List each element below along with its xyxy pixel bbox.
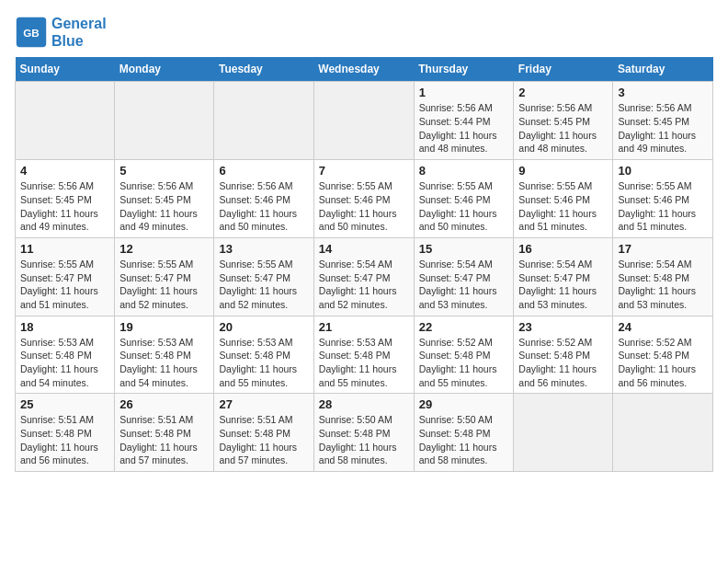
day-cell: 22Sunrise: 5:52 AM Sunset: 5:48 PM Dayli… [414, 316, 514, 394]
day-number: 3 [618, 86, 708, 99]
day-info: Sunrise: 5:51 AM Sunset: 5:48 PM Dayligh… [219, 413, 308, 467]
day-number: 13 [219, 242, 308, 256]
week-row-1: 1Sunrise: 5:56 AM Sunset: 5:44 PM Daylig… [16, 82, 713, 160]
day-number: 25 [20, 397, 109, 411]
day-cell: 16Sunrise: 5:54 AM Sunset: 5:47 PM Dayli… [514, 237, 613, 316]
day-info: Sunrise: 5:53 AM Sunset: 5:48 PM Dayligh… [319, 336, 409, 390]
day-cell: 1Sunrise: 5:56 AM Sunset: 5:44 PM Daylig… [414, 82, 514, 160]
day-number: 29 [419, 397, 509, 411]
day-info: Sunrise: 5:55 AM Sunset: 5:47 PM Dayligh… [219, 258, 308, 312]
week-row-5: 25Sunrise: 5:51 AM Sunset: 5:48 PM Dayli… [16, 394, 713, 472]
day-info: Sunrise: 5:54 AM Sunset: 5:47 PM Dayligh… [319, 258, 409, 312]
day-cell: 7Sunrise: 5:55 AM Sunset: 5:46 PM Daylig… [313, 160, 414, 238]
week-row-4: 18Sunrise: 5:53 AM Sunset: 5:48 PM Dayli… [16, 316, 713, 394]
day-cell: 4Sunrise: 5:56 AM Sunset: 5:45 PM Daylig… [16, 160, 115, 238]
day-info: Sunrise: 5:50 AM Sunset: 5:48 PM Dayligh… [319, 413, 409, 467]
week-row-3: 11Sunrise: 5:55 AM Sunset: 5:47 PM Dayli… [16, 237, 713, 316]
day-cell: 6Sunrise: 5:56 AM Sunset: 5:46 PM Daylig… [214, 160, 313, 238]
day-info: Sunrise: 5:56 AM Sunset: 5:45 PM Dayligh… [119, 179, 209, 234]
day-cell [115, 82, 214, 160]
day-cell [514, 394, 613, 472]
header-cell-thursday: Thursday [414, 57, 514, 82]
day-number: 21 [319, 320, 409, 334]
day-cell [613, 394, 713, 472]
day-number: 28 [319, 397, 409, 411]
day-number: 22 [419, 320, 509, 334]
day-number: 27 [219, 397, 308, 411]
day-cell: 18Sunrise: 5:53 AM Sunset: 5:48 PM Dayli… [16, 316, 115, 394]
day-info: Sunrise: 5:55 AM Sunset: 5:46 PM Dayligh… [618, 179, 708, 234]
day-number: 14 [319, 242, 409, 256]
header-cell-friday: Friday [514, 57, 613, 82]
week-row-2: 4Sunrise: 5:56 AM Sunset: 5:45 PM Daylig… [16, 160, 713, 238]
day-cell: 25Sunrise: 5:51 AM Sunset: 5:48 PM Dayli… [16, 394, 115, 472]
calendar-body: 1Sunrise: 5:56 AM Sunset: 5:44 PM Daylig… [16, 82, 713, 472]
logo-text: General [51, 15, 107, 32]
day-info: Sunrise: 5:55 AM Sunset: 5:46 PM Dayligh… [319, 179, 409, 234]
day-cell: 23Sunrise: 5:52 AM Sunset: 5:48 PM Dayli… [514, 316, 613, 394]
day-number: 12 [119, 242, 209, 256]
day-number: 26 [119, 397, 209, 411]
day-cell: 17Sunrise: 5:54 AM Sunset: 5:48 PM Dayli… [613, 237, 713, 316]
day-info: Sunrise: 5:56 AM Sunset: 5:46 PM Dayligh… [219, 179, 308, 234]
day-info: Sunrise: 5:50 AM Sunset: 5:48 PM Dayligh… [419, 413, 509, 467]
day-number: 19 [119, 320, 209, 334]
day-info: Sunrise: 5:55 AM Sunset: 5:46 PM Dayligh… [518, 179, 608, 234]
day-number: 5 [119, 164, 209, 178]
day-info: Sunrise: 5:53 AM Sunset: 5:48 PM Dayligh… [119, 336, 209, 390]
day-info: Sunrise: 5:56 AM Sunset: 5:45 PM Dayligh… [618, 101, 708, 155]
day-info: Sunrise: 5:55 AM Sunset: 5:47 PM Dayligh… [119, 258, 209, 312]
day-info: Sunrise: 5:52 AM Sunset: 5:48 PM Dayligh… [618, 336, 708, 390]
day-cell [214, 82, 313, 160]
day-info: Sunrise: 5:53 AM Sunset: 5:48 PM Dayligh… [219, 336, 308, 390]
header-cell-wednesday: Wednesday [313, 57, 414, 82]
day-info: Sunrise: 5:55 AM Sunset: 5:47 PM Dayligh… [20, 258, 109, 312]
day-number: 20 [219, 320, 308, 334]
day-cell: 15Sunrise: 5:54 AM Sunset: 5:47 PM Dayli… [414, 237, 514, 316]
day-info: Sunrise: 5:54 AM Sunset: 5:47 PM Dayligh… [518, 258, 608, 312]
header-cell-saturday: Saturday [613, 57, 713, 82]
calendar-header: SundayMondayTuesdayWednesdayThursdayFrid… [16, 57, 713, 82]
day-number: 15 [419, 242, 509, 256]
day-cell: 12Sunrise: 5:55 AM Sunset: 5:47 PM Dayli… [115, 237, 214, 316]
day-number: 24 [618, 320, 708, 334]
day-cell: 19Sunrise: 5:53 AM Sunset: 5:48 PM Dayli… [115, 316, 214, 394]
day-cell: 14Sunrise: 5:54 AM Sunset: 5:47 PM Dayli… [313, 237, 414, 316]
day-cell: 5Sunrise: 5:56 AM Sunset: 5:45 PM Daylig… [115, 160, 214, 238]
day-cell: 20Sunrise: 5:53 AM Sunset: 5:48 PM Dayli… [214, 316, 313, 394]
day-cell: 24Sunrise: 5:52 AM Sunset: 5:48 PM Dayli… [613, 316, 713, 394]
header-cell-tuesday: Tuesday [214, 57, 313, 82]
day-number: 18 [20, 320, 109, 334]
page-header: GB General Blue [15, 15, 713, 50]
day-number: 11 [20, 242, 109, 256]
day-number: 2 [518, 86, 608, 99]
day-cell: 11Sunrise: 5:55 AM Sunset: 5:47 PM Dayli… [16, 237, 115, 316]
day-cell [313, 82, 414, 160]
day-cell: 26Sunrise: 5:51 AM Sunset: 5:48 PM Dayli… [115, 394, 214, 472]
day-number: 9 [518, 164, 608, 178]
day-number: 23 [518, 320, 608, 334]
header-cell-sunday: Sunday [16, 57, 115, 82]
day-cell: 29Sunrise: 5:50 AM Sunset: 5:48 PM Dayli… [414, 394, 514, 472]
calendar-table: SundayMondayTuesdayWednesdayThursdayFrid… [15, 57, 713, 472]
header-cell-monday: Monday [115, 57, 214, 82]
logo-icon: GB [15, 16, 48, 49]
day-info: Sunrise: 5:56 AM Sunset: 5:44 PM Dayligh… [419, 101, 509, 155]
day-number: 1 [419, 86, 509, 99]
day-cell: 10Sunrise: 5:55 AM Sunset: 5:46 PM Dayli… [613, 160, 713, 238]
day-info: Sunrise: 5:56 AM Sunset: 5:45 PM Dayligh… [20, 179, 109, 234]
logo-subtext: Blue [51, 32, 107, 50]
day-cell: 13Sunrise: 5:55 AM Sunset: 5:47 PM Dayli… [214, 237, 313, 316]
day-info: Sunrise: 5:52 AM Sunset: 5:48 PM Dayligh… [518, 336, 608, 390]
day-number: 16 [518, 242, 608, 256]
day-info: Sunrise: 5:54 AM Sunset: 5:47 PM Dayligh… [419, 258, 509, 312]
day-number: 6 [219, 164, 308, 178]
day-info: Sunrise: 5:53 AM Sunset: 5:48 PM Dayligh… [20, 336, 109, 390]
day-number: 7 [319, 164, 409, 178]
day-info: Sunrise: 5:54 AM Sunset: 5:48 PM Dayligh… [618, 258, 708, 312]
day-number: 4 [20, 164, 109, 178]
day-cell: 28Sunrise: 5:50 AM Sunset: 5:48 PM Dayli… [313, 394, 414, 472]
day-cell: 21Sunrise: 5:53 AM Sunset: 5:48 PM Dayli… [313, 316, 414, 394]
day-info: Sunrise: 5:51 AM Sunset: 5:48 PM Dayligh… [119, 413, 209, 467]
day-number: 10 [618, 164, 708, 178]
